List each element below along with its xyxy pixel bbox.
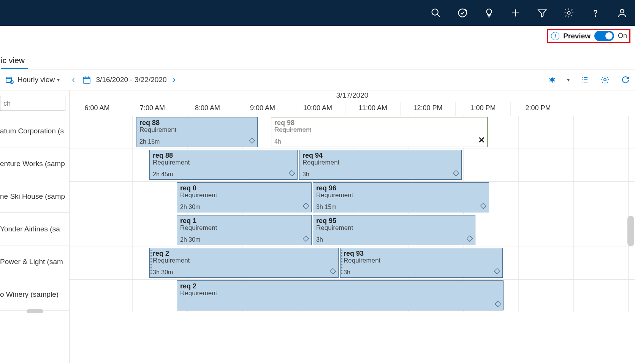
svg-point-7: [595, 16, 596, 16]
date-range-picker[interactable]: 3/16/2020 - 3/22/2020: [81, 74, 167, 85]
booking[interactable]: req 2Requirement3h 30m: [149, 248, 339, 278]
booking-title: req 1: [180, 217, 308, 225]
booking-title: req 2: [180, 282, 500, 290]
board-settings-icon[interactable]: [599, 74, 611, 85]
settings-icon[interactable]: [560, 4, 578, 22]
plus-icon[interactable]: [507, 4, 525, 22]
booking-subtitle: Requirement: [302, 159, 458, 166]
booking-status-icon: [303, 236, 309, 243]
list-icon[interactable]: [579, 74, 590, 85]
booking[interactable]: req 0Requirement2h 30m: [177, 182, 312, 212]
booking-duration: 3h: [344, 269, 499, 276]
preview-bar: i Preview On: [0, 26, 635, 43]
grid-row[interactable]: req 1Requirement2h 30mreq 95Requirement3…: [70, 214, 635, 247]
resource-row[interactable]: Yonder Airlines (sa: [0, 213, 69, 245]
booking-subtitle: Requirement: [139, 126, 254, 134]
svg-rect-33: [495, 301, 500, 307]
prev-week-button[interactable]: ‹: [72, 75, 74, 85]
view-tab-current[interactable]: ic view: [1, 56, 28, 69]
booking-status-icon: [480, 203, 486, 210]
grid-row[interactable]: req 0Requirement2h 30mreq 96Requirement3…: [70, 182, 635, 214]
booking-status-icon: [330, 268, 336, 276]
resource-row[interactable]: o Winery (sample): [0, 278, 69, 311]
booking-title: req 95: [316, 217, 472, 225]
booking[interactable]: req 93Requirement3h: [340, 248, 503, 278]
v-scroll-thumb[interactable]: [627, 216, 634, 246]
grid-row[interactable]: req 2Requirement: [70, 280, 635, 312]
svg-rect-24: [249, 138, 255, 143]
preview-toggle[interactable]: [594, 31, 614, 41]
svg-point-8: [620, 9, 624, 13]
refresh-icon[interactable]: [620, 74, 631, 85]
time-column-header: 12:00 PM: [400, 102, 455, 116]
date-range-label: 3/16/2020 - 3/22/2020: [96, 76, 167, 84]
booking-title: req 98: [274, 119, 484, 127]
h-scroll-thumb[interactable]: [27, 309, 43, 313]
booking[interactable]: req 95Requirement3h: [313, 215, 475, 245]
view-mode-dropdown[interactable]: Hourly view ▾: [4, 74, 60, 85]
cancel-icon: ✕: [478, 135, 485, 145]
next-week-button[interactable]: ›: [173, 75, 175, 85]
bulb-icon[interactable]: [480, 4, 498, 22]
booking-status-icon: [289, 170, 295, 178]
grid-row[interactable]: req 88Requirement2h 45mreq 94Requirement…: [70, 149, 635, 182]
search-input[interactable]: [0, 96, 65, 111]
resource-row[interactable]: Power & Light (sam: [0, 245, 69, 278]
time-column-header: 7:00 AM: [125, 102, 180, 116]
time-header: 6:00 AM7:00 AM8:00 AM9:00 AM10:00 AM11:0…: [70, 102, 635, 116]
booking[interactable]: req 88Requirement2h 45m: [149, 150, 298, 180]
view-tabs: ic view: [0, 43, 635, 70]
svg-point-6: [568, 12, 570, 14]
booking-title: req 88: [139, 119, 254, 127]
booking-subtitle: Requirement: [180, 191, 308, 199]
booking[interactable]: req 94Requirement3h: [299, 150, 462, 180]
booking-duration: 3h 15m: [316, 204, 486, 210]
booking[interactable]: req 2Requirement: [177, 280, 504, 310]
info-icon[interactable]: i: [551, 32, 559, 40]
booking-status-icon: [495, 301, 501, 309]
preview-label: Preview: [563, 32, 591, 40]
booking[interactable]: req 98Requirement4h✕: [271, 117, 488, 147]
booking-duration: 3h 30m: [153, 269, 335, 276]
svg-rect-31: [330, 268, 336, 274]
task-check-icon[interactable]: [453, 4, 472, 22]
preview-state-label: On: [618, 32, 627, 40]
booking-status-icon: [467, 236, 473, 243]
grid-row[interactable]: req 88Requirement2h 15mreq 98Requirement…: [70, 116, 635, 149]
booking[interactable]: req 1Requirement2h 30m: [177, 215, 312, 245]
filter-icon[interactable]: [533, 4, 551, 22]
resource-column: atum Corporation (senture Works (sampne …: [0, 90, 70, 363]
chevron-down-icon: ▾: [57, 77, 60, 83]
time-column-header: 2:00 PM: [510, 102, 565, 116]
grid-row[interactable]: req 2Requirement3h 30mreq 93Requirement3…: [70, 247, 635, 280]
booking-status-icon: [249, 138, 255, 145]
booking-status-icon: [303, 203, 309, 210]
svg-rect-12: [83, 77, 90, 83]
booking-status-icon: [453, 170, 459, 178]
svg-point-16: [550, 78, 554, 82]
booking[interactable]: req 96Requirement3h 15m: [313, 182, 489, 212]
svg-point-23: [604, 79, 606, 81]
calendar-clock-icon: [4, 74, 15, 85]
book-icon[interactable]: [546, 74, 558, 85]
book-dropdown-chevron-icon[interactable]: ▾: [567, 77, 570, 83]
booking[interactable]: req 88Requirement2h 15m: [136, 117, 258, 147]
svg-rect-25: [289, 170, 295, 176]
drag-handle-icon[interactable]: [150, 250, 152, 275]
resource-row[interactable]: ne Ski House (samp: [0, 180, 69, 213]
person-icon[interactable]: [613, 4, 631, 22]
svg-rect-29: [303, 236, 309, 241]
drag-handle-icon[interactable]: [341, 250, 342, 275]
time-column-header: 9:00 AM: [235, 102, 290, 116]
booking-subtitle: Requirement: [316, 191, 486, 199]
time-column-header: 10:00 AM: [290, 102, 345, 116]
time-column-header: 6:00 AM: [70, 102, 125, 116]
help-icon[interactable]: [586, 4, 605, 22]
time-column-header: 1:00 PM: [455, 102, 510, 116]
view-mode-label: Hourly view: [17, 76, 55, 84]
resource-row[interactable]: enture Works (samp: [0, 147, 69, 180]
booking-duration: 3h: [316, 236, 472, 243]
search-icon[interactable]: [427, 4, 445, 22]
booking-title: req 2: [153, 250, 335, 258]
resource-row[interactable]: atum Corporation (s: [0, 115, 69, 147]
